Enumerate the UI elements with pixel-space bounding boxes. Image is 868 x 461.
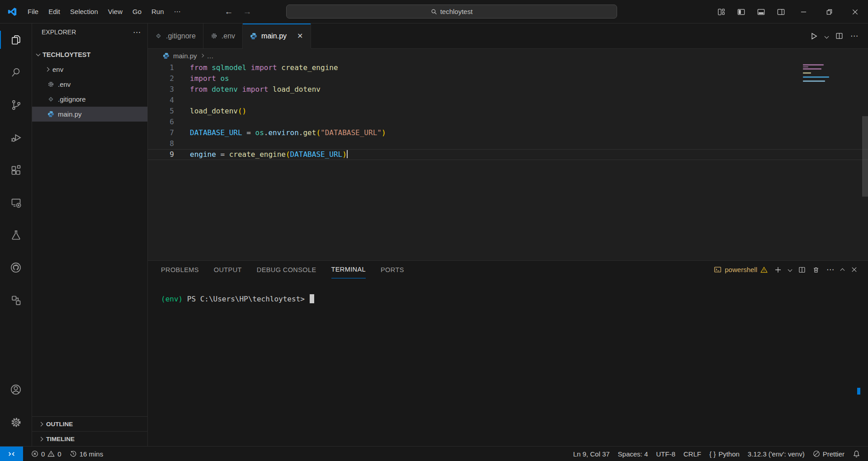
new-terminal-icon[interactable] [774,266,782,273]
close-window-icon[interactable] [842,0,868,24]
menu-more-icon[interactable]: ⋯ [169,5,186,19]
close-tab-icon[interactable]: ✕ [297,32,303,40]
remote-indicator[interactable] [0,447,23,461]
source-control-icon[interactable] [0,92,32,118]
tab-gitignore[interactable]: .gitignore [148,24,203,48]
accounts-icon[interactable] [0,377,32,402]
python-interpreter-status[interactable]: 3.12.3 ('env': venv) [744,450,809,458]
editor-more-icon[interactable]: ⋯ [850,31,858,41]
menu-run[interactable]: Run [146,5,169,18]
run-dropdown-chevron-icon[interactable] [825,34,829,39]
tab-mainpy[interactable]: main.py ✕ [243,24,311,49]
breadcrumb[interactable]: main.py … [148,49,868,62]
error-icon [31,450,38,457]
notifications-bell[interactable] [849,450,864,458]
terminal-venv-prefix: (env) [161,295,183,303]
testing-icon[interactable] [0,222,32,248]
terminal-scrollbar-accent [857,388,860,395]
minimap[interactable] [803,64,831,83]
code-line-9[interactable]: 9engine = create_engine(DATABASE_URL) [148,149,868,160]
panel-tab-problems[interactable]: PROBLEMS [161,261,199,278]
tree-item-dotenv[interactable]: .env [32,77,147,92]
toggle-secondary-sidebar-icon[interactable] [771,0,791,24]
indentation-status[interactable]: Spaces: 4 [614,450,652,458]
outline-section[interactable]: OUTLINE [32,416,147,431]
code-line-4[interactable]: 4 [148,95,868,106]
timer-status[interactable]: 16 mins [66,450,108,458]
language-mode-status[interactable]: { } Python [705,450,744,458]
close-panel-icon[interactable] [851,266,858,273]
split-editor-icon[interactable] [835,32,843,40]
code-line-1[interactable]: 1from sqlmodel import create_engine [148,62,868,73]
custom-extension-view-icon[interactable] [0,287,32,313]
menu-file[interactable]: File [23,5,43,18]
code-line-6[interactable]: 6 [148,117,868,127]
tree-root-techloytest[interactable]: TECHLOYTEST [32,47,147,62]
code-line-8[interactable]: 8 [148,138,868,149]
code-line-2[interactable]: 2import os [148,73,868,84]
terminal-shell-entry[interactable]: powershell [714,266,768,273]
code-editor[interactable]: 1from sqlmodel import create_engine2impo… [148,62,868,260]
problems-status[interactable]: 0 0 [27,450,66,458]
tree-item-mainpy[interactable]: main.py [32,107,147,122]
panel-tab-terminal[interactable]: TERMINAL [331,261,366,278]
tab-env[interactable]: .env [203,24,243,48]
search-view-icon[interactable] [0,60,32,85]
folder-label: env [52,66,63,73]
chevron-right-icon [39,437,43,441]
bell-icon [853,450,860,458]
menu-view[interactable]: View [103,5,127,18]
terminal-profile-chevron-icon[interactable] [788,268,793,272]
maximize-panel-chevron-icon[interactable] [840,268,845,273]
panel-more-icon[interactable]: ⋯ [826,265,834,274]
git-file-icon [47,96,54,103]
terminal-content[interactable]: (env) PS C:\Users\HP\techloytest> [148,278,868,446]
line-number: 4 [148,95,174,106]
timeline-section[interactable]: TIMELINE [32,431,147,446]
run-and-debug-icon[interactable] [0,125,32,150]
code-lines: 1from sqlmodel import create_engine2impo… [148,62,868,160]
menu-go[interactable]: Go [127,5,146,18]
settings-gear-icon[interactable] [0,409,32,435]
panel-tab-ports[interactable]: PORTS [381,261,404,278]
split-terminal-icon[interactable] [798,266,806,273]
formatter-status[interactable]: Prettier [809,450,849,458]
github-icon[interactable] [0,255,32,280]
code-line-7[interactable]: 7DATABASE_URL = os.environ.get("DATABASE… [148,127,868,138]
line-number: 9 [148,150,174,160]
kill-terminal-trash-icon[interactable] [812,266,820,273]
breadcrumb-file[interactable]: main.py [173,52,197,60]
minimize-icon[interactable] [791,0,816,24]
extensions-icon[interactable] [0,157,32,183]
toggle-panel-icon[interactable] [751,0,771,24]
tree-item-env-folder[interactable]: env [32,62,147,77]
menu-edit[interactable]: Edit [43,5,65,18]
explorer-more-icon[interactable]: ⋯ [133,28,141,37]
cursor-position-status[interactable]: Ln 9, Col 37 [569,450,614,458]
customize-layout-icon[interactable] [711,0,731,24]
tree-item-gitignore[interactable]: .gitignore [32,92,147,107]
nav-back-icon[interactable]: ← [225,7,233,17]
command-center-search[interactable]: techloytest [286,5,617,19]
nav-forward-icon[interactable]: → [243,7,252,17]
shell-label: powershell [725,266,757,273]
explorer-icon[interactable] [0,27,32,52]
braces-icon: { } [709,450,716,458]
file-tree: TECHLOYTEST env .env .gitignore [32,47,147,122]
toggle-sidebar-icon[interactable] [731,0,751,24]
prettier-slash-icon [813,450,820,457]
code-line-3[interactable]: 3from dotenv import load_dotenv [148,84,868,95]
encoding-status[interactable]: UTF-8 [652,450,679,458]
vscode-logo-icon [7,7,17,17]
panel-tab-output[interactable]: OUTPUT [214,261,242,278]
menu-selection[interactable]: Selection [65,5,103,18]
breadcrumb-symbols[interactable]: … [207,52,214,60]
eol-status[interactable]: CRLF [679,450,705,458]
editor-scrollbar[interactable] [862,116,868,197]
search-icon [431,9,437,15]
run-python-file-icon[interactable] [810,32,818,40]
remote-explorer-icon[interactable] [0,190,32,215]
code-line-5[interactable]: 5load_dotenv() [148,106,868,117]
panel-tab-debug-console[interactable]: DEBUG CONSOLE [257,261,316,278]
restore-icon[interactable] [816,0,842,24]
